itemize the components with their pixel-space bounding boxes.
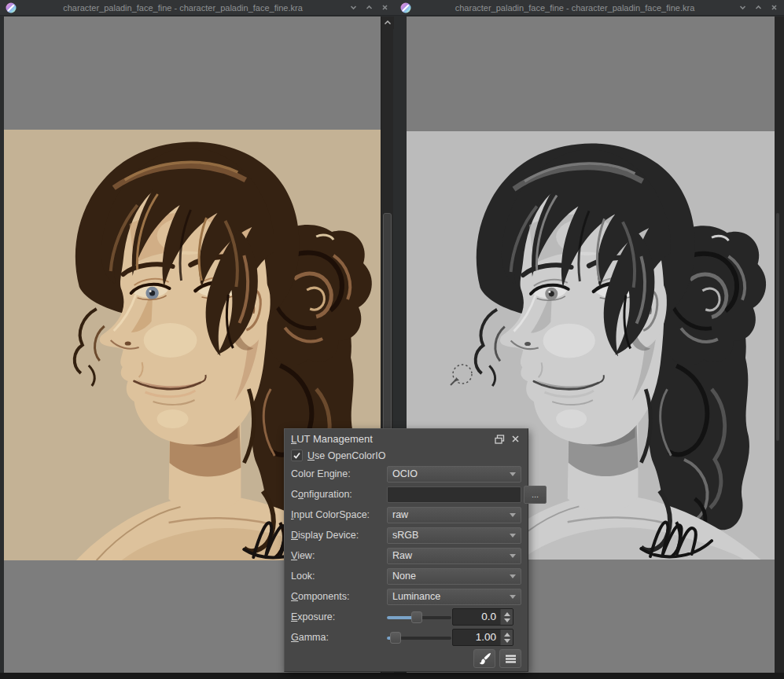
check-icon bbox=[293, 451, 301, 460]
close-icon bbox=[511, 435, 520, 443]
configuration-input[interactable] bbox=[387, 486, 521, 503]
use-opencolorio-checkbox[interactable] bbox=[291, 450, 303, 461]
view-select[interactable]: Raw bbox=[387, 548, 521, 564]
chevron-down-icon bbox=[510, 472, 516, 476]
look-row: Look: None bbox=[285, 566, 528, 586]
view-label: View: bbox=[291, 550, 387, 561]
color-engine-row: Color Engine: OCIO bbox=[285, 464, 528, 484]
window-title: character_paladin_face_fine - character_… bbox=[411, 3, 738, 13]
display-device-select[interactable]: sRGB bbox=[387, 527, 521, 544]
minimize-button[interactable] bbox=[349, 3, 358, 12]
spin-down-icon[interactable] bbox=[504, 618, 510, 622]
vertical-scrollbar-right[interactable] bbox=[775, 17, 784, 673]
chevron-up-icon bbox=[365, 3, 374, 12]
chevron-down-icon bbox=[738, 3, 747, 12]
scrollbar-thumb[interactable] bbox=[383, 213, 392, 441]
brush-cursor bbox=[447, 361, 476, 389]
maximize-button[interactable] bbox=[754, 3, 763, 12]
titlebar-right[interactable]: character_paladin_face_fine - character_… bbox=[395, 0, 784, 16]
browse-button[interactable]: ... bbox=[524, 486, 547, 504]
chevron-down-icon bbox=[510, 595, 516, 599]
close-icon bbox=[770, 3, 778, 12]
gamma-slider-handle[interactable] bbox=[390, 632, 401, 644]
components-label: Components: bbox=[291, 591, 387, 602]
close-button[interactable] bbox=[770, 3, 778, 12]
components-row: Components: Luminance bbox=[285, 586, 528, 607]
exposure-slider[interactable] bbox=[387, 609, 451, 626]
gamma-label: Gamma: bbox=[291, 632, 387, 643]
gamma-row: Gamma: 1.00 bbox=[285, 627, 528, 648]
view-row: View: Raw bbox=[285, 545, 528, 566]
lut-management-docker: LUT Management Use OpenColorIO Color Eng… bbox=[284, 428, 528, 672]
look-select[interactable]: None bbox=[387, 568, 521, 585]
gamma-slider[interactable] bbox=[387, 629, 451, 646]
chevron-down-icon bbox=[349, 3, 358, 12]
input-colorspace-select[interactable]: raw bbox=[387, 507, 521, 523]
minimize-button[interactable] bbox=[738, 3, 747, 12]
exposure-label: Exposure: bbox=[291, 611, 387, 622]
lut-docker-title: LUT Management bbox=[291, 433, 490, 445]
bottom-edge bbox=[0, 673, 784, 679]
exposure-row: Exposure: 0.0 bbox=[285, 607, 528, 627]
exposure-slider-handle[interactable] bbox=[411, 611, 422, 623]
chevron-down-icon bbox=[510, 574, 516, 578]
paintbrush-icon bbox=[478, 652, 491, 666]
use-opencolorio-label: Use OpenColorIO bbox=[307, 450, 385, 461]
chevron-down-icon bbox=[510, 534, 516, 538]
input-colorspace-row: Input ColorSpace: raw bbox=[285, 505, 528, 525]
chevron-down-icon bbox=[510, 554, 516, 558]
input-colorspace-label: Input ColorSpace: bbox=[291, 509, 387, 520]
window-title: character_paladin_face_fine - character_… bbox=[17, 3, 349, 13]
color-engine-label: Color Engine: bbox=[291, 468, 387, 479]
spin-up-icon[interactable] bbox=[504, 633, 510, 637]
lock-brush-exposure-button[interactable] bbox=[473, 649, 495, 668]
float-icon bbox=[495, 435, 505, 444]
spin-up-icon[interactable] bbox=[504, 612, 510, 616]
lut-docker-buttons bbox=[285, 648, 528, 670]
krita-app-icon bbox=[6, 2, 17, 13]
float-docker-button[interactable] bbox=[493, 434, 506, 445]
krita-app-icon bbox=[400, 2, 411, 13]
color-engine-select[interactable]: OCIO bbox=[387, 466, 521, 483]
gamma-spinbox[interactable]: 1.00 bbox=[452, 629, 513, 646]
lut-docker-titlebar[interactable]: LUT Management bbox=[285, 431, 528, 447]
chevron-up-icon bbox=[754, 3, 763, 12]
look-label: Look: bbox=[291, 571, 387, 582]
scrollbar-thumb[interactable] bbox=[776, 213, 779, 441]
configuration-row: Configuration: ... bbox=[285, 484, 528, 505]
close-button[interactable] bbox=[381, 3, 389, 12]
use-opencolorio-row: Use OpenColorIO bbox=[285, 447, 528, 464]
chevron-up-icon bbox=[384, 20, 392, 26]
titlebar-left[interactable]: character_paladin_face_fine - character_… bbox=[0, 0, 395, 16]
scroll-up-button[interactable] bbox=[381, 17, 394, 29]
close-docker-button[interactable] bbox=[509, 434, 521, 445]
exposure-spinbox[interactable]: 0.0 bbox=[452, 608, 513, 626]
chevron-down-icon bbox=[510, 513, 516, 517]
display-device-row: Display Device: sRGB bbox=[285, 525, 528, 545]
close-icon bbox=[381, 3, 389, 12]
configuration-label: Configuration: bbox=[291, 489, 387, 500]
hamburger-menu-icon bbox=[505, 654, 517, 664]
krita-desktop: character_paladin_face_fine - character_… bbox=[0, 0, 784, 679]
components-select[interactable]: Luminance bbox=[387, 589, 521, 605]
maximize-button[interactable] bbox=[365, 3, 374, 12]
docker-menu-button[interactable] bbox=[499, 649, 521, 668]
display-device-label: Display Device: bbox=[291, 530, 387, 541]
spin-down-icon[interactable] bbox=[504, 639, 510, 643]
